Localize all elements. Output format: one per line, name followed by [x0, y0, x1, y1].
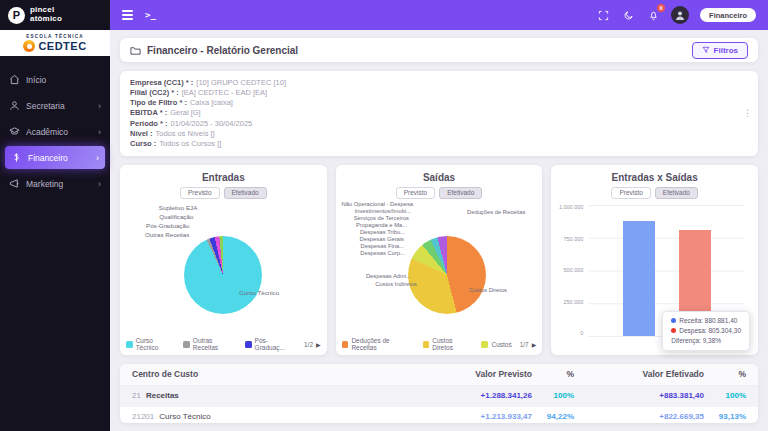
y-axis-ticks: 1.000.000 750.000 500.000 250.000 0 — [557, 205, 583, 337]
filter-label: Curso : — [130, 139, 156, 149]
bar-chart-body: 1.000.000 750.000 500.000 250.000 0 — [557, 201, 752, 351]
chart-title: Entradas x Saídas — [557, 172, 752, 183]
legend-swatch — [481, 341, 488, 348]
charts-row: Entradas Previsto Efetivado Supletivo EJ… — [120, 165, 758, 355]
brand-line2: atômico — [30, 15, 62, 24]
filter-label: Nível : — [130, 129, 153, 139]
legend-next-icon[interactable]: ▶ — [532, 341, 537, 348]
terminal-icon[interactable]: >_ — [145, 10, 156, 20]
pie-callout: Deduções de Receitas — [467, 209, 525, 215]
legend-swatch — [342, 341, 349, 348]
toggle-efetivado[interactable]: Efetivado — [655, 187, 698, 199]
toggle-efetivado[interactable]: Efetivado — [439, 187, 482, 199]
col-header-valor-previsto: Valor Previsto — [427, 369, 532, 379]
valor-efetivado-cell: +822.669,35 — [574, 412, 704, 421]
filter-row: Tipo de Filtro * :Caixa [caixa] — [130, 98, 748, 108]
cedtec-logo-icon — [23, 40, 35, 52]
chart-tooltip: Receita: 880.881,40 Despesa: 805.304,30 … — [662, 311, 750, 351]
filters-button-label: Filtros — [714, 46, 738, 55]
folder-icon — [130, 45, 141, 56]
pct-efetivado-cell: 93,13% — [704, 412, 746, 421]
legend-next-icon[interactable]: ▶ — [316, 341, 321, 348]
legend-swatch — [126, 341, 133, 348]
toggle-efetivado[interactable]: Efetivado — [224, 187, 267, 199]
sidebar-item-inicio[interactable]: Início — [0, 68, 110, 91]
legend-swatch — [245, 341, 252, 348]
col-header-pct-efetivado: % — [704, 369, 746, 379]
sidebar-item-secretaria[interactable]: Secretaria › — [0, 94, 110, 117]
entradas-pie[interactable] — [184, 236, 262, 314]
tooltip-line: Diferença: 9,38% — [671, 336, 741, 346]
sidebar-item-financeiro[interactable]: Financeiro › — [5, 146, 105, 169]
tooltip-text: Despesa: 805.304,30 — [679, 327, 741, 334]
tooltip-text: Diferença: 9,38% — [671, 337, 721, 344]
hamburger-menu-icon[interactable] — [122, 10, 133, 19]
legend-item[interactable]: Deduções de Receitas — [342, 337, 415, 351]
megaphone-icon — [9, 178, 20, 189]
cost-center-name: Curso Técnico — [159, 412, 210, 421]
graduation-cap-icon — [9, 126, 20, 137]
user-avatar[interactable] — [671, 6, 689, 24]
entradas-chart-card: Entradas Previsto Efetivado Supletivo EJ… — [120, 165, 327, 355]
school-name: CEDTEC — [38, 40, 86, 52]
toggle-previsto[interactable]: Previsto — [180, 187, 219, 199]
filter-label: Filial (CC2) * : — [130, 88, 179, 98]
legend-item[interactable]: Outras Receitas — [183, 337, 237, 351]
entradas-saidas-chart-card: Entradas x Saídas Previsto Efetivado 1.0… — [551, 165, 758, 355]
dark-mode-moon-icon[interactable] — [621, 8, 635, 22]
filter-row: Curso :Todos os Cursos [] — [130, 139, 748, 149]
legend-swatch — [183, 341, 190, 348]
sidebar-item-label: Início — [26, 75, 46, 85]
filter-row: Empresa (CC1) * :[10] GRUPO CEDTEC [10] — [130, 78, 748, 88]
fullscreen-icon[interactable] — [596, 8, 610, 22]
pie-callout: Despesas Admi... — [366, 273, 411, 279]
y-tick: 250.000 — [563, 300, 583, 306]
valor-previsto-cell: +1.288.341,26 — [427, 391, 532, 400]
home-icon — [9, 74, 20, 85]
sidebar: P pincel atômico ESCOLA TÉCNICA CEDTEC I… — [0, 0, 110, 431]
legend-item[interactable]: Custos — [481, 341, 511, 348]
chevron-right-icon: › — [96, 153, 99, 163]
page-title: Financeiro - Relatório Gerencial — [147, 45, 298, 56]
saidas-chart-card: Saídas Previsto Efetivado Não Operaciona… — [336, 165, 543, 355]
pct-efetivado-cell: 100% — [704, 391, 746, 400]
chevron-right-icon: › — [98, 101, 101, 111]
user-role-pill[interactable]: Financeiro — [700, 8, 756, 22]
sidebar-item-marketing[interactable]: Marketing › — [0, 172, 110, 195]
brand[interactable]: P pincel atômico — [0, 0, 110, 30]
notifications-bell-icon[interactable]: 0 — [646, 8, 660, 22]
pie-callout: Investimentos/Imobi... — [355, 208, 411, 214]
chart-title: Entradas — [126, 172, 321, 183]
pie-callout: Serviços de Terceiros — [354, 215, 409, 221]
valor-previsto-cell: +1.213.933,47 — [427, 412, 532, 421]
filter-value: Geral [G] — [170, 108, 200, 118]
sidebar-item-label: Marketing — [26, 179, 63, 189]
saidas-pie[interactable] — [408, 236, 486, 314]
legend-item[interactable]: Pós-Graduaç... — [245, 337, 296, 351]
brand-text: pincel atômico — [30, 6, 62, 23]
filter-value: Caixa [caixa] — [190, 98, 233, 108]
notification-badge: 0 — [657, 4, 665, 12]
y-tick: 500.000 — [563, 268, 583, 274]
legend-page-indicator: 1/7 — [520, 341, 529, 348]
pie-callout: Qualificação — [159, 213, 193, 220]
kebab-menu-icon[interactable]: ⋮ — [743, 107, 752, 119]
pie-callout: Curso Técnico — [239, 289, 279, 296]
dollar-icon — [11, 152, 22, 163]
sidebar-item-academico[interactable]: Acadêmico › — [0, 120, 110, 143]
valor-efetivado-cell: +883.381,40 — [574, 391, 704, 400]
receita-bar[interactable] — [623, 221, 655, 336]
app-root: P pincel atômico ESCOLA TÉCNICA CEDTEC I… — [0, 0, 768, 431]
table-row-receitas[interactable]: 21Receitas +1.288.341,26 100% +883.381,4… — [120, 386, 758, 407]
col-header-valor-efetivado: Valor Efetivado — [574, 369, 704, 379]
filter-label: Período * : — [130, 119, 168, 129]
legend-item[interactable]: Curso Técnico — [126, 337, 175, 351]
main-area: >_ 0 Financeiro — [110, 0, 768, 431]
col-header-centro-de-custo: Centro de Custo — [132, 369, 427, 379]
legend-item[interactable]: Custos Diretos — [423, 337, 474, 351]
toggle-previsto[interactable]: Previsto — [396, 187, 435, 199]
toggle-previsto[interactable]: Previsto — [611, 187, 650, 199]
chart-title: Saídas — [342, 172, 537, 183]
table-row-curso-tecnico[interactable]: 21201Curso Técnico +1.213.933,47 94,22% … — [120, 407, 758, 423]
filters-button[interactable]: Filtros — [692, 42, 748, 59]
